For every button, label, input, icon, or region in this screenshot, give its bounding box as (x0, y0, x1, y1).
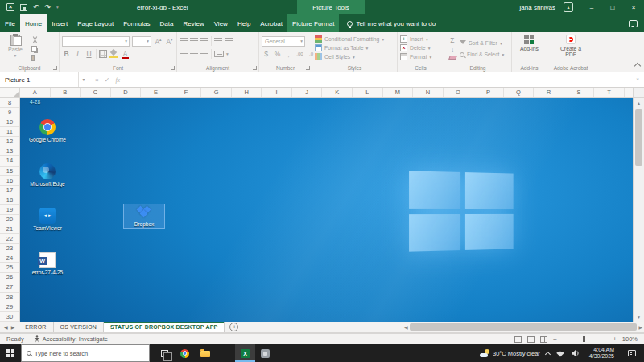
clipboard-dialog-launcher[interactable] (53, 66, 57, 70)
cut-icon[interactable] (31, 36, 39, 43)
row-header[interactable]: 29 (0, 302, 19, 312)
wrap-text-icon[interactable] (225, 38, 233, 44)
font-size-select[interactable]: ▾ (132, 36, 151, 47)
column-header[interactable]: I (262, 88, 292, 97)
row-header[interactable]: 8 (0, 98, 19, 108)
zoom-slider[interactable] (562, 339, 607, 339)
row-header[interactable]: 26 (0, 273, 19, 282)
column-header[interactable]: P (473, 88, 504, 97)
edge-desktop-icon[interactable]: Microsoft Edge (25, 163, 70, 200)
word-doc-desktop-icon[interactable]: error-27-4-25 (25, 252, 70, 289)
row-header[interactable]: 18 (0, 195, 19, 205)
undo-icon[interactable]: ↶ (33, 4, 39, 11)
number-dialog-launcher[interactable] (306, 66, 310, 70)
start-button[interactable] (0, 344, 21, 362)
save-icon[interactable] (20, 4, 27, 11)
row-header[interactable]: 28 (0, 293, 19, 302)
column-header[interactable]: L (353, 88, 383, 97)
app-taskbar-icon[interactable] (255, 344, 275, 362)
column-header[interactable]: Q (504, 88, 535, 97)
tab-data[interactable]: Data (155, 14, 179, 32)
comma-style-icon[interactable]: , (284, 50, 293, 58)
column-header[interactable]: O (444, 88, 474, 97)
column-header[interactable]: U (625, 88, 633, 97)
row-header[interactable]: 25 (0, 263, 19, 273)
delete-cells-button[interactable]: Delete ▾ (400, 43, 441, 52)
orientation-icon[interactable] (214, 38, 222, 44)
create-pdf-button[interactable]: Create a PDF (555, 35, 587, 57)
horizontal-scrollbar-thumb[interactable] (410, 323, 638, 331)
column-header[interactable]: T (594, 88, 625, 97)
tab-file[interactable]: File (0, 14, 20, 32)
notification-center-icon[interactable] (628, 350, 636, 356)
horizontal-scrollbar[interactable]: ◀ ▶ (402, 322, 644, 332)
teamviewer-desktop-icon[interactable]: TeamViewer (25, 208, 70, 245)
page-break-view-icon[interactable] (540, 336, 547, 343)
formula-input[interactable] (126, 72, 631, 87)
tab-formulas[interactable]: Formulas (118, 14, 155, 32)
clear-icon[interactable] (448, 56, 457, 60)
borders-icon[interactable] (99, 50, 107, 58)
row-header[interactable]: 12 (0, 137, 19, 146)
column-header[interactable]: A (20, 88, 51, 97)
row-header[interactable]: 16 (0, 176, 19, 186)
column-header[interactable]: M (383, 88, 414, 97)
comments-icon[interactable] (629, 20, 638, 27)
zoom-out-icon[interactable]: – (553, 335, 556, 343)
row-header[interactable]: 11 (0, 127, 19, 137)
find-select-button[interactable]: Find & Select ▾ (460, 50, 504, 59)
number-format-select[interactable]: General▾ (262, 36, 305, 47)
new-sheet-button[interactable] (229, 323, 238, 331)
format-as-table-button[interactable]: Format as Table ▾ (315, 43, 394, 52)
tab-acrobat[interactable]: Acrobat (255, 14, 287, 32)
collapse-ribbon-icon[interactable] (634, 63, 641, 69)
column-header[interactable]: S (564, 88, 595, 97)
maximize-button[interactable]: □ (602, 0, 623, 14)
vertical-scrollbar[interactable]: ▲ ▼ (633, 98, 644, 322)
cell-styles-button[interactable]: Cell Styles ▾ (315, 52, 394, 61)
column-header[interactable]: C (80, 88, 111, 97)
align-left-icon[interactable] (180, 51, 188, 57)
normal-view-icon[interactable] (514, 336, 522, 343)
row-header[interactable]: 13 (0, 146, 19, 156)
font-dialog-launcher[interactable] (171, 66, 175, 70)
taskbar-search[interactable] (21, 344, 150, 362)
tell-me-box[interactable]: Tell me what you want to do (347, 14, 436, 32)
row-header[interactable]: 19 (0, 205, 19, 215)
merge-center-icon[interactable] (214, 51, 224, 57)
sort-filter-button[interactable]: Sort & Filter ▾ (460, 39, 504, 47)
increase-font-icon[interactable]: A▴ (154, 37, 163, 46)
align-top-icon[interactable] (180, 38, 188, 44)
row-header[interactable]: 20 (0, 215, 19, 224)
tab-help[interactable]: Help (233, 14, 255, 32)
tab-page-layout[interactable]: Page Layout (72, 14, 118, 32)
volume-icon[interactable] (571, 349, 580, 357)
zoom-in-icon[interactable]: + (613, 335, 616, 343)
scroll-down-icon[interactable]: ▼ (634, 312, 644, 322)
chrome-taskbar-icon[interactable] (175, 344, 195, 362)
tab-insert[interactable]: Insert (47, 14, 72, 32)
scroll-up-icon[interactable]: ▲ (634, 98, 644, 108)
paste-button[interactable]: Paste ▾ (2, 35, 28, 63)
page-layout-view-icon[interactable] (527, 336, 535, 343)
dropbox-desktop-icon[interactable]: Dropbox (123, 204, 165, 229)
qat-dropdown-icon[interactable]: ▾ (56, 4, 59, 11)
row-header[interactable]: 21 (0, 224, 19, 234)
sheet-tab-status-of-dropbox[interactable]: STATUS OF DROPBOX DESKTOP APP (104, 322, 225, 332)
row-header[interactable]: 24 (0, 253, 19, 263)
column-header[interactable]: D (111, 88, 142, 97)
network-icon[interactable] (555, 350, 565, 357)
scroll-left-icon[interactable]: ◀ (404, 324, 408, 330)
row-header[interactable]: 10 (0, 117, 19, 127)
scroll-right-icon[interactable]: ▶ (638, 324, 642, 330)
row-header[interactable]: 9 (0, 108, 19, 117)
align-middle-icon[interactable] (190, 38, 198, 44)
fill-color-icon[interactable] (109, 50, 118, 58)
task-view-button[interactable] (155, 344, 175, 362)
accessibility-status[interactable]: Accessibility: Investigate (34, 335, 108, 343)
row-header[interactable]: 15 (0, 167, 19, 176)
align-right-icon[interactable] (200, 51, 208, 57)
bold-button[interactable]: B (62, 50, 71, 58)
cancel-icon[interactable]: × (95, 76, 99, 84)
insert-cells-button[interactable]: Insert ▾ (400, 35, 441, 43)
